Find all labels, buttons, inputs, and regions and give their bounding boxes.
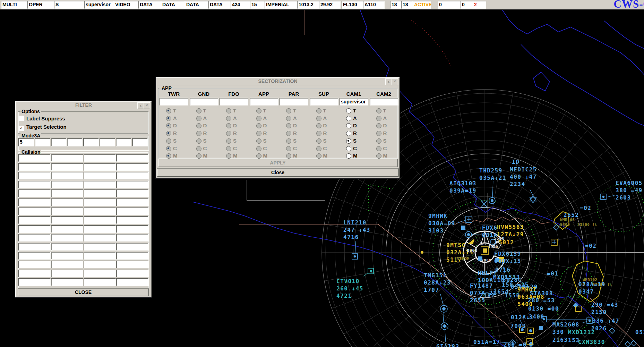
radio-par-a[interactable] bbox=[286, 116, 291, 121]
square-dot-symbol[interactable] bbox=[541, 316, 547, 322]
callsign-input-r13c0[interactable] bbox=[18, 270, 51, 277]
radio-fdo-s[interactable] bbox=[226, 138, 231, 144]
callsign-input-r3c2[interactable] bbox=[84, 181, 116, 188]
callsign-input-r9c1[interactable] bbox=[51, 234, 83, 242]
status-field-data[interactable]: DATA bbox=[185, 1, 209, 9]
apply-button[interactable]: APPLY bbox=[158, 159, 397, 167]
callsign-input-r4c2[interactable] bbox=[84, 189, 116, 197]
status-field-fl130[interactable]: FL130 bbox=[342, 1, 364, 9]
callsign-input-r9c2[interactable] bbox=[84, 234, 116, 242]
checkbox-icon[interactable] bbox=[19, 116, 24, 121]
status-field-2[interactable]: 2 bbox=[473, 1, 486, 9]
callsign-input-r0c3[interactable] bbox=[116, 154, 148, 162]
dot-symbol[interactable] bbox=[421, 251, 423, 254]
mode3a-input-7[interactable] bbox=[132, 138, 148, 146]
radio-par-s[interactable] bbox=[286, 138, 291, 144]
callsign-input-r10c2[interactable] bbox=[84, 243, 116, 251]
mode3a-input-4[interactable] bbox=[83, 138, 99, 146]
callsign-input-r1c3[interactable] bbox=[116, 163, 148, 171]
dot-symbol[interactable] bbox=[529, 329, 532, 332]
filled-square-symbol[interactable] bbox=[495, 258, 499, 262]
sector-input-sup[interactable] bbox=[310, 98, 338, 105]
radio-cam2-r[interactable] bbox=[376, 131, 381, 136]
callsign-input-r8c3[interactable] bbox=[116, 225, 148, 233]
callsign-input-r10c1[interactable] bbox=[51, 243, 83, 251]
status-field-0[interactable]: 0 bbox=[461, 1, 474, 9]
radio-gnd-r[interactable] bbox=[196, 131, 201, 136]
radio-app-d[interactable] bbox=[256, 123, 261, 128]
mode3a-input-5[interactable] bbox=[100, 138, 115, 146]
status-field-supervisor[interactable]: supervisor bbox=[84, 1, 115, 9]
sectorization-titlebar[interactable]: SECTORIZATION ▴ ✕ bbox=[157, 78, 399, 85]
status-field-data[interactable]: DATA bbox=[161, 1, 186, 9]
callsign-input-r8c0[interactable] bbox=[18, 225, 51, 233]
square-dot-symbol[interactable] bbox=[601, 194, 606, 200]
callsign-input-r11c2[interactable] bbox=[84, 252, 116, 260]
radio-app-t[interactable] bbox=[256, 108, 261, 113]
callsign-input-r10c0[interactable] bbox=[18, 243, 51, 251]
callsign-input-r5c0[interactable] bbox=[18, 198, 51, 206]
sector-input-twr[interactable] bbox=[160, 98, 188, 105]
callsign-input-r9c3[interactable] bbox=[116, 234, 148, 242]
radio-sup-a[interactable] bbox=[316, 116, 321, 121]
callsign-input-r13c2[interactable] bbox=[84, 270, 116, 277]
diamond-circle-symbol[interactable] bbox=[440, 305, 447, 312]
radio-sup-d[interactable] bbox=[316, 123, 321, 128]
filled-square-symbol[interactable] bbox=[539, 326, 543, 330]
radio-twr-s[interactable] bbox=[166, 138, 171, 144]
radio-cam1-c[interactable] bbox=[346, 146, 351, 151]
status-field-18[interactable]: 18 bbox=[401, 1, 413, 9]
callsign-input-r7c2[interactable] bbox=[84, 216, 116, 224]
callsign-input-r12c2[interactable] bbox=[84, 261, 116, 268]
checkbox-icon[interactable]: ✓ bbox=[19, 126, 24, 131]
pin-icon[interactable]: ▴ bbox=[137, 102, 144, 109]
status-field-a110[interactable]: A110 bbox=[363, 1, 385, 9]
radio-cam1-a[interactable] bbox=[346, 116, 351, 121]
close-icon[interactable]: ✕ bbox=[144, 102, 150, 109]
radio-gnd-s[interactable] bbox=[196, 138, 201, 144]
radio-par-c[interactable] bbox=[286, 146, 291, 151]
radio-gnd-c[interactable] bbox=[196, 146, 201, 151]
star6-symbol[interactable] bbox=[530, 195, 536, 203]
callsign-input-r5c1[interactable] bbox=[51, 198, 83, 206]
callsign-input-r5c2[interactable] bbox=[84, 198, 116, 206]
callsign-input-r7c3[interactable] bbox=[116, 216, 148, 224]
radio-app-a[interactable] bbox=[256, 116, 261, 121]
sectorization-close-button[interactable]: Close bbox=[157, 169, 398, 177]
radio-fdo-r[interactable] bbox=[226, 131, 231, 136]
callsign-input-r14c3[interactable] bbox=[116, 278, 148, 286]
radio-sup-c[interactable] bbox=[316, 146, 321, 151]
callsign-input-r2c3[interactable] bbox=[116, 172, 148, 179]
callsign-input-r12c0[interactable] bbox=[18, 261, 51, 268]
filled-square-symbol[interactable] bbox=[461, 226, 465, 230]
radio-sup-t[interactable] bbox=[316, 108, 321, 113]
callsign-input-r4c0[interactable] bbox=[18, 189, 51, 197]
callsign-input-r6c0[interactable] bbox=[18, 208, 51, 215]
radio-cam2-d[interactable] bbox=[376, 123, 381, 128]
radio-gnd-m[interactable] bbox=[196, 153, 201, 159]
status-field-s[interactable]: S bbox=[54, 1, 85, 9]
callsign-input-r12c3[interactable] bbox=[116, 261, 148, 268]
status-field-1013.2[interactable]: 1013.2 bbox=[297, 1, 320, 9]
filled-square-symbol[interactable] bbox=[478, 256, 482, 261]
callsign-input-r3c0[interactable] bbox=[18, 181, 51, 188]
sector-input-fdo[interactable] bbox=[220, 98, 248, 105]
sector-input-gnd[interactable] bbox=[190, 98, 218, 105]
mode3a-input-6[interactable] bbox=[116, 138, 131, 146]
status-field-oper[interactable]: OPER bbox=[27, 1, 55, 9]
radio-twr-t[interactable] bbox=[166, 108, 171, 113]
callsign-input-r13c3[interactable] bbox=[116, 270, 148, 277]
radio-twr-a[interactable] bbox=[166, 116, 171, 121]
radio-sup-m[interactable] bbox=[316, 153, 321, 159]
callsign-input-r3c1[interactable] bbox=[51, 181, 83, 188]
callsign-input-r14c0[interactable] bbox=[18, 278, 51, 286]
status-field-18[interactable]: 18 bbox=[390, 1, 402, 9]
callsign-input-r13c1[interactable] bbox=[51, 270, 83, 277]
radio-gnd-a[interactable] bbox=[196, 116, 201, 121]
pin-icon[interactable]: ▴ bbox=[385, 78, 392, 85]
radio-gnd-t[interactable] bbox=[196, 108, 201, 113]
callsign-input-r6c1[interactable] bbox=[51, 208, 83, 215]
radio-par-t[interactable] bbox=[286, 108, 291, 113]
callsign-input-r14c1[interactable] bbox=[51, 278, 83, 286]
callsign-input-r4c1[interactable] bbox=[51, 189, 83, 197]
